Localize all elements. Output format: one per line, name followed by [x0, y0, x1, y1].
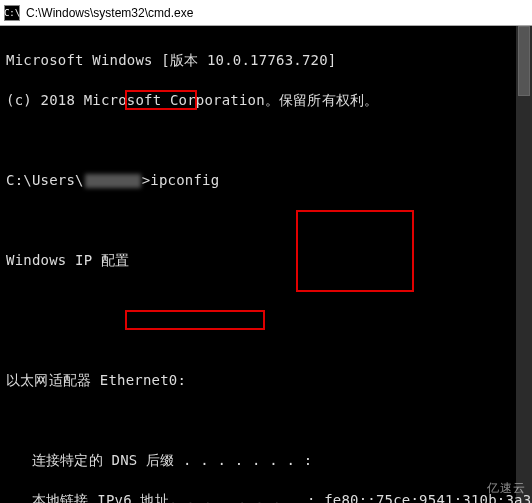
adapter-row: 连接特定的 DNS 后缀 . . . . . . . : — [6, 450, 526, 470]
terminal-output[interactable]: Microsoft Windows [版本 10.0.17763.720] (c… — [0, 26, 532, 503]
adapter-row: 本地链接 IPv6 地址. . . . . . . . : fe80::75ce… — [6, 490, 526, 503]
highlight-ping-box — [125, 310, 265, 330]
adapter-header: 以太网适配器 Ethernet0: — [6, 370, 526, 390]
version-line: Microsoft Windows [版本 10.0.17763.720] — [6, 50, 526, 70]
redacted-username — [85, 174, 141, 188]
copyright-line: (c) 2018 Microsoft Corporation。保留所有权利。 — [6, 90, 526, 110]
window-title: C:\Windows\system32\cmd.exe — [26, 6, 193, 20]
ip-config-header: Windows IP 配置 — [6, 250, 526, 270]
prompt-line-1: C:\Users\>ipconfig — [6, 170, 526, 190]
watermark-text: 亿速云 — [487, 480, 526, 497]
cmd-icon: C:\ — [4, 5, 20, 21]
window-titlebar[interactable]: C:\ C:\Windows\system32\cmd.exe — [0, 0, 532, 26]
command-ipconfig: ipconfig — [150, 172, 219, 188]
